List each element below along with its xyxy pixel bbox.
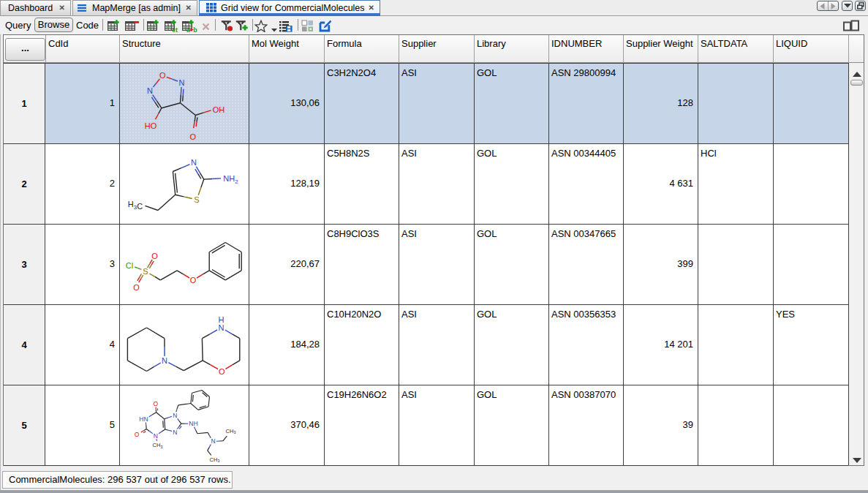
svg-text:O: O: [219, 367, 225, 376]
svg-text:Cl: Cl: [126, 261, 133, 270]
svg-text:HO: HO: [145, 121, 157, 130]
svg-text:CH3: CH3: [226, 428, 236, 435]
svg-text:CH3: CH3: [210, 456, 220, 464]
svg-text:O: O: [190, 132, 197, 141]
svg-text:H: H: [219, 315, 224, 324]
svg-text:S: S: [194, 195, 199, 204]
svg-text:NH: NH: [189, 420, 197, 427]
svg-text:NH2: NH2: [223, 174, 238, 185]
svg-text:CH3: CH3: [153, 442, 163, 449]
svg-text:HN: HN: [139, 415, 148, 423]
svg-text:O: O: [133, 283, 140, 292]
svg-text:N: N: [173, 412, 177, 419]
svg-text:N: N: [147, 86, 153, 95]
svg-text:S: S: [143, 267, 148, 276]
svg-text:O: O: [153, 400, 158, 407]
svg-text:N: N: [173, 429, 177, 436]
svg-text:O: O: [135, 431, 140, 438]
svg-text:H3C: H3C: [128, 200, 143, 211]
svg-text:N: N: [219, 323, 224, 332]
svg-text:N: N: [211, 437, 215, 445]
svg-text:N: N: [179, 78, 185, 87]
svg-text:OH: OH: [213, 105, 225, 114]
svg-text:O: O: [151, 252, 158, 260]
svg-text:N: N: [191, 158, 197, 167]
svg-text:N: N: [162, 356, 167, 365]
svg-text:O: O: [159, 71, 166, 80]
svg-text:O: O: [190, 276, 197, 285]
svg-text:N: N: [154, 432, 158, 440]
